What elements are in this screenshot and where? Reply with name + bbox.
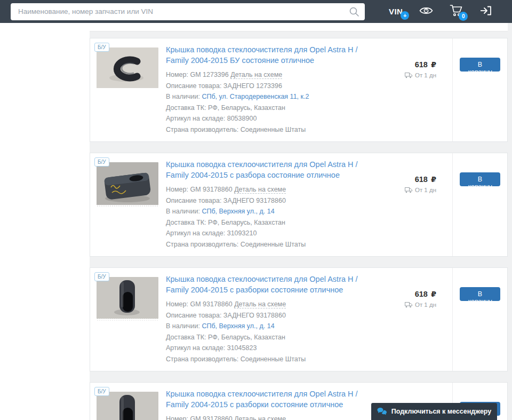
product-info: Крышка поводка стеклоочистителя для Opel… [166, 160, 372, 250]
delivery-value: РФ, Беларусь, Казахстан [208, 104, 285, 112]
product-photo-wrap [97, 274, 158, 364]
partial-card-bottom [90, 23, 508, 31]
search-input[interactable] [11, 3, 365, 20]
product-card: Б/У Крышка поводка ст [90, 153, 508, 257]
add-to-cart-button[interactable]: В корзину [460, 172, 500, 186]
product-info: Крышка поводка стеклоочистителя для Opel… [166, 45, 372, 135]
description-label: Описание товара: [166, 197, 221, 204]
price: 618₽ [372, 60, 436, 69]
product-info: Крышка поводка стеклоочистителя для Opel… [166, 274, 372, 364]
price: 618₽ [372, 290, 436, 298]
country-row: Страна производитель: Соединенные Штаты [166, 124, 367, 136]
search-bar [11, 3, 365, 20]
description-row: Описание товара: ЗАДНЕГО 93178860 [166, 310, 367, 321]
description-label: Описание товара: [166, 312, 221, 319]
actions-column: В корзину [452, 268, 507, 371]
watchlist-button[interactable] [419, 6, 433, 18]
used-badge: Б/У [94, 157, 109, 167]
scheme-link[interactable]: Деталь на схеме [234, 186, 286, 194]
stock-row: В наличии: СПб, Верхняя ул., д. 14 [166, 321, 367, 332]
product-card: Б/У Крышка поводка стеклоочистителя для … [90, 267, 508, 371]
product-photo[interactable] [97, 47, 158, 90]
number-label: Номер: [166, 186, 188, 193]
vin-request-button[interactable]: VIN + [389, 7, 403, 16]
country-row: Страна производитель: Соединенные Штаты [166, 239, 367, 250]
messenger-label: Подключиться к мессенджеру [391, 408, 492, 415]
delivery-label: Доставка ТК: [166, 334, 206, 341]
product-photo-wrap [97, 45, 158, 135]
country-label: Страна производитель: [166, 126, 238, 133]
used-badge: Б/У [94, 387, 109, 396]
delivery-label: Доставка ТК: [166, 219, 206, 226]
description-row: Описание товара: ЗАДНЕГО 93178860 [166, 195, 367, 207]
product-photo[interactable] [97, 162, 158, 207]
product-info: Крышка поводка стеклоочистителя для Opel… [166, 389, 372, 420]
description-value: ЗАДНЕГО 1273396 [223, 82, 282, 90]
product-photo[interactable] [97, 277, 158, 321]
product-title-link[interactable]: Крышка поводка стеклоочистителя для Opel… [166, 274, 367, 295]
stock-location-link[interactable]: СПб, ул. Стародеревенская 11, к.2 [202, 93, 309, 100]
sku-value: 31093210 [227, 229, 257, 237]
lead-time: От 1 дн [372, 72, 436, 78]
product-photo-wrap [97, 160, 158, 250]
delivery-row: Доставка ТК: РФ, Беларусь, Казахстан [166, 217, 367, 228]
login-icon [479, 5, 492, 18]
country-value: Соединенные Штаты [241, 355, 306, 363]
cart-button[interactable]: 0 [450, 4, 463, 19]
number-label: Номер: [166, 415, 188, 420]
add-to-cart-button[interactable]: В корзину [460, 58, 500, 72]
messenger-connect-bar[interactable]: Подключиться к мессенджеру [371, 403, 497, 420]
stock-location-link[interactable]: СПб, Верхняя ул., д. 14 [202, 208, 274, 215]
country-value: Соединенные Штаты [241, 126, 306, 133]
part-number: GM 93178860 [190, 415, 232, 420]
truck-icon [405, 73, 412, 78]
product-title-link[interactable]: Крышка поводка стеклоочистителя для Opel… [166, 45, 367, 66]
number-row: Номер: GM 93178860 Деталь на схеме [166, 299, 367, 310]
scheme-link[interactable]: Деталь на схеме [234, 415, 286, 420]
used-badge: Б/У [94, 272, 109, 281]
stock-location-link[interactable]: СПб, Верхняя ул., д. 14 [202, 322, 274, 330]
stock-label: В наличии: [166, 208, 200, 215]
country-value: Соединенные Штаты [241, 241, 306, 248]
product-title-link[interactable]: Крышка поводка стеклоочистителя для Opel… [166, 160, 367, 180]
description-row: Описание товара: ЗАДНЕГО 1273396 [166, 81, 367, 92]
used-badge: Б/У [94, 43, 109, 52]
number-row: Номер: GM 93178860 Деталь на схеме [166, 184, 367, 195]
add-to-cart-button[interactable]: В корзину [460, 287, 500, 301]
sku-row: Артикул на складе: 80538900 [166, 113, 367, 124]
actions-column: В корзину [452, 153, 507, 256]
vin-plus-icon: + [401, 11, 409, 20]
scheme-link[interactable]: Деталь на схеме [230, 71, 282, 79]
description-value: ЗАДНЕГО 93178860 [223, 197, 286, 204]
price-column: 618₽ От 1 дн [372, 274, 452, 364]
search-icon[interactable] [349, 6, 359, 19]
part-number: GM 93178860 [190, 186, 232, 193]
part-number: GM 1273396 [190, 71, 228, 78]
truck-icon [405, 302, 412, 308]
sku-label: Артикул на складе: [166, 229, 225, 237]
country-row: Страна производитель: Соединенные Штаты [166, 354, 367, 365]
eye-icon [419, 6, 433, 18]
stock-label: В наличии: [166, 322, 200, 330]
results-list-area: Б/У Крышка поводка стеклоочистителя для … [90, 23, 512, 420]
lead-time: От 1 дн [372, 302, 436, 308]
sku-row: Артикул на складе: 31045823 [166, 343, 367, 354]
scheme-link[interactable]: Деталь на схеме [234, 300, 286, 308]
chat-bubbles-icon [377, 407, 387, 416]
product-card: Б/У Крышка поводка стеклоочистителя для … [90, 38, 508, 142]
sku-label: Артикул на складе: [166, 115, 225, 122]
country-label: Страна производитель: [166, 241, 238, 248]
country-label: Страна производитель: [166, 355, 238, 363]
delivery-label: Доставка ТК: [166, 104, 206, 112]
price-column: 618₽ От 1 дн [372, 160, 452, 250]
product-title-link[interactable]: Крышка поводка стеклоочистителя для Opel… [166, 389, 367, 410]
number-row: Номер: GM 93178860 Деталь на схеме [166, 414, 367, 420]
login-button[interactable] [479, 5, 492, 18]
header-icons: VIN + 0 [365, 4, 512, 19]
delivery-row: Доставка ТК: РФ, Беларусь, Казахстан [166, 332, 367, 343]
lead-time: От 1 дн [372, 187, 436, 193]
sku-value: 80538900 [227, 115, 257, 122]
price-column: 618₽ От 1 дн [372, 45, 452, 135]
part-number: GM 93178860 [190, 300, 232, 308]
description-label: Описание товара: [166, 82, 221, 90]
